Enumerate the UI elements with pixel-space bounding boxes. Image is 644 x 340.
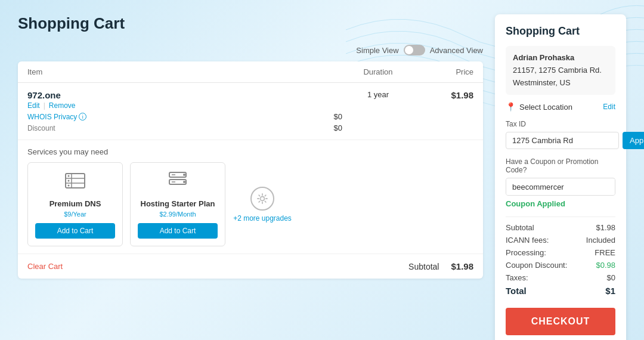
hosting-icon [167, 170, 188, 196]
simple-view-label: Simple View [356, 46, 398, 55]
service-hosting-price: $2.99/Month [159, 209, 196, 218]
subtotal-row: Subtotal $1.98 [408, 261, 473, 271]
service-card-hosting: Hosting Starter Plan $2.99/Month Add to … [130, 162, 225, 246]
services-section: Services you may need [18, 140, 483, 254]
discount-price: $0 [283, 123, 342, 132]
cart-table: Item Duration Price 972.one Edit | Remov… [18, 61, 483, 279]
summary-processing-row: Processing: FREE [506, 248, 615, 257]
summary-subtotal-row: Subtotal $1.98 [506, 223, 615, 232]
summary-taxes-row: Taxes: $0 [506, 273, 615, 282]
clear-cart-button[interactable]: Clear Cart [27, 262, 63, 271]
summary-coupon-label: Coupon Discount: [506, 261, 567, 270]
svg-point-13 [261, 196, 265, 200]
coupon-row: ✕ [506, 178, 615, 196]
summary-taxes-value: $0 [607, 273, 615, 282]
whois-privacy-label: WHOIS Privacy i [27, 113, 86, 121]
coupon-applied-label: Coupon Applied [506, 199, 615, 208]
item-duration: 1 year [342, 90, 414, 99]
summary-coupon-value: $0.98 [596, 261, 615, 270]
more-upgrades[interactable]: +2 more upgrades [233, 162, 292, 246]
customer-address1: 21157, 1275 Cambria Rd. [513, 64, 608, 77]
whois-info-icon: i [79, 113, 86, 120]
coupon-label: Have a Coupon or Promotion Code? [506, 157, 615, 174]
dns-icon [64, 170, 86, 196]
cart-footer: Clear Cart Subtotal $1.98 [18, 254, 483, 279]
coupon-input[interactable] [506, 179, 615, 195]
header-price: Price [414, 67, 473, 76]
tax-id-label: Tax ID [506, 120, 615, 128]
edit-location-link[interactable]: Edit [603, 103, 615, 111]
summary-processing-value: FREE [595, 248, 615, 257]
summary-total-row: Total $1 [506, 286, 615, 296]
apply-button[interactable]: Apply [623, 132, 644, 149]
service-hosting-name: Hosting Starter Plan [141, 199, 215, 208]
svg-point-10 [183, 181, 185, 183]
customer-address2: Westminster, US [513, 77, 608, 89]
subtotal-amount: $1.98 [451, 261, 473, 271]
header-duration: Duration [342, 67, 414, 76]
select-location-label[interactable]: Select Location [519, 103, 572, 112]
remove-link[interactable]: Remove [49, 101, 76, 110]
sidebar-card: Shopping Cart Adrian Prohaska 21157, 127… [495, 14, 626, 340]
advanced-view-label: Advanced View [430, 46, 483, 55]
summary-total-value: $1 [605, 286, 615, 296]
summary-processing-label: Processing: [506, 248, 546, 257]
summary-subtotal-label: Subtotal [506, 223, 534, 232]
summary-icann-label: ICANN fees: [506, 236, 549, 245]
svg-point-5 [68, 180, 70, 182]
subtotal-label: Subtotal [408, 262, 439, 271]
summary-icann-value: Included [586, 236, 615, 245]
customer-info: Adrian Prohaska 21157, 1275 Cambria Rd. … [506, 46, 615, 95]
sidebar: Shopping Cart Adrian Prohaska 21157, 127… [495, 14, 626, 340]
summary-divider [506, 217, 615, 217]
svg-point-6 [68, 185, 70, 187]
customer-name: Adrian Prohaska [513, 52, 608, 64]
services-grid: Premium DNS $9/Year Add to Cart [27, 162, 473, 246]
header-item: Item [27, 67, 342, 76]
add-dns-button[interactable]: Add to Cart [35, 223, 115, 239]
cart-item-row: 972.one Edit | Remove WHOIS Privacy i $0 [18, 83, 483, 140]
svg-point-9 [183, 174, 185, 176]
summary-icann-row: ICANN fees: Included [506, 236, 615, 245]
gear-icon [250, 187, 274, 211]
select-location-row: 📍 Select Location Edit [506, 102, 615, 112]
svg-point-4 [68, 175, 70, 177]
summary-coupon-row: Coupon Discount: $0.98 [506, 261, 615, 270]
page-title: Shopping Cart [18, 14, 483, 33]
whois-price: $0 [283, 112, 342, 121]
item-name: 972.one [27, 90, 342, 100]
tax-id-row: Apply [506, 132, 615, 149]
item-price: $1.98 [414, 90, 473, 100]
service-dns-name: Premium DNS [49, 199, 101, 208]
summary-subtotal-value: $1.98 [596, 223, 615, 232]
sidebar-title: Shopping Cart [506, 25, 615, 38]
summary-taxes-label: Taxes: [506, 273, 528, 282]
view-toggle: Simple View Advanced View [18, 45, 483, 55]
view-toggle-switch[interactable] [404, 45, 425, 55]
location-icon: 📍 [506, 102, 516, 112]
discount-label: Discount [27, 124, 55, 132]
service-dns-price: $9/Year [64, 209, 86, 218]
checkout-button[interactable]: CHECKOUT [506, 308, 615, 335]
tax-id-input[interactable] [506, 132, 619, 149]
service-card-dns: Premium DNS $9/Year Add to Cart [27, 162, 123, 246]
more-upgrades-text[interactable]: +2 more upgrades [233, 214, 292, 222]
services-title: Services you may need [27, 147, 473, 156]
summary-total-label: Total [506, 286, 527, 296]
edit-link[interactable]: Edit [27, 101, 40, 110]
cart-header: Item Duration Price [18, 61, 483, 83]
add-hosting-button[interactable]: Add to Cart [138, 223, 218, 239]
